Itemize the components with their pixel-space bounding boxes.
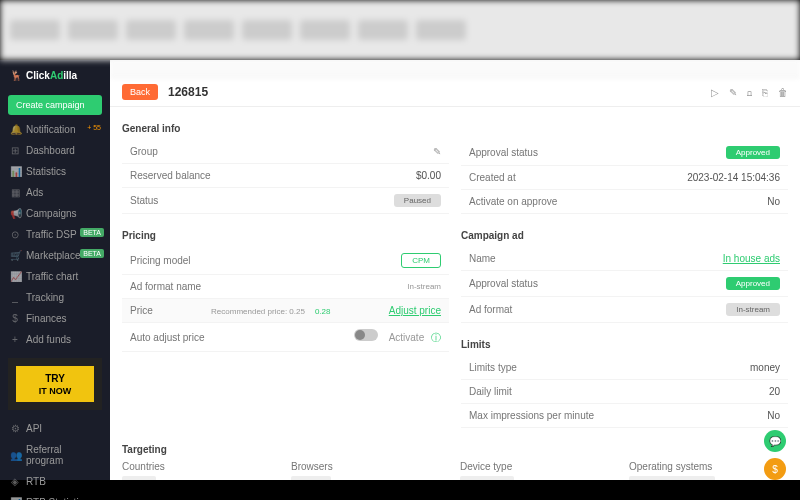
page-header: Back 126815 ▷ ✎ ⩍ ⎘ 🗑 bbox=[110, 78, 800, 107]
nav-icon: ⎯ bbox=[10, 292, 20, 303]
nav-label: Finances bbox=[26, 313, 67, 324]
target-tag: Android (version ≥ 5) bbox=[629, 476, 715, 480]
edit-group-icon[interactable]: ✎ bbox=[433, 146, 441, 157]
nav-icon: ◈ bbox=[10, 476, 20, 487]
targeting-title: Targeting bbox=[122, 438, 788, 461]
reserved-label: Reserved balance bbox=[130, 170, 211, 181]
sidebar-item-statistics[interactable]: 📊Statistics bbox=[0, 161, 110, 182]
sidebar-item-campaigns[interactable]: 📢Campaigns bbox=[0, 203, 110, 224]
chart-icon[interactable]: ⩍ bbox=[747, 87, 752, 98]
target-card-title: Browsers bbox=[291, 461, 450, 472]
back-button[interactable]: Back bbox=[122, 84, 158, 100]
campaign-ad-title: Campaign ad bbox=[461, 224, 788, 247]
nav-label: Add funds bbox=[26, 334, 71, 345]
nav-icon: ⚙ bbox=[10, 423, 20, 434]
copy-icon[interactable]: ⎘ bbox=[762, 87, 768, 98]
target-card: Device typeMobile Only bbox=[460, 461, 619, 480]
sidebar-item-marketplace[interactable]: 🛒MarketplaceBETA bbox=[0, 245, 110, 266]
adjust-price-link[interactable]: Adjust price bbox=[389, 305, 441, 316]
campaign-id: 126815 bbox=[168, 85, 208, 99]
ad-format-value: In-stream bbox=[407, 282, 441, 291]
nav-icon: 🔔 bbox=[10, 124, 20, 135]
delete-icon[interactable]: 🗑 bbox=[778, 87, 788, 98]
sidebar-item-dashboard[interactable]: ⊞Dashboard bbox=[0, 140, 110, 161]
status-badge: Paused bbox=[394, 194, 441, 207]
nav-icon: 👥 bbox=[10, 450, 20, 461]
limits-title: Limits bbox=[461, 333, 788, 356]
browser-chrome bbox=[0, 0, 800, 60]
try-now-promo[interactable]: TRYIT NOW bbox=[8, 358, 102, 410]
limits-type-label: Limits type bbox=[469, 362, 517, 373]
create-campaign-button[interactable]: Create campaign bbox=[8, 95, 102, 115]
sidebar-item-api[interactable]: ⚙API bbox=[0, 418, 110, 439]
sidebar-item-traffic-chart[interactable]: 📈Traffic chart bbox=[0, 266, 110, 287]
max-impr-label: Max impressions per minute bbox=[469, 410, 594, 421]
target-card: CountriesJapan bbox=[122, 461, 281, 480]
sidebar: 🦌 ClickAdilla Create campaign 🔔Notificat… bbox=[0, 60, 110, 480]
nav-label: Traffic DSP bbox=[26, 229, 77, 240]
sidebar-item-finances[interactable]: $Finances bbox=[0, 308, 110, 329]
created-label: Created at bbox=[469, 172, 516, 183]
sidebar-item-rtb-statistics[interactable]: 📊RTB Statistics bbox=[0, 492, 110, 500]
chat-fab[interactable]: 💬 bbox=[764, 430, 786, 452]
play-icon[interactable]: ▷ bbox=[711, 87, 719, 98]
approval-badge: Approved bbox=[726, 146, 780, 159]
pricing-model-value: CPM bbox=[401, 253, 441, 268]
target-tag: Chrome bbox=[291, 476, 331, 480]
price-label: Price bbox=[130, 305, 153, 316]
ca-format-label: Ad format bbox=[469, 304, 512, 315]
logo-icon: 🦌 bbox=[10, 70, 22, 81]
nav-icon: ⊙ bbox=[10, 229, 20, 240]
nav-icon: ▦ bbox=[10, 187, 20, 198]
limits-type-value: money bbox=[750, 362, 780, 373]
ca-name-label: Name bbox=[469, 253, 496, 264]
edit-icon[interactable]: ✎ bbox=[729, 87, 737, 98]
ca-format-value: In-stream bbox=[726, 303, 780, 316]
reserved-value: $0.00 bbox=[416, 170, 441, 181]
nav-icon: ⊞ bbox=[10, 145, 20, 156]
nav-icon: 📢 bbox=[10, 208, 20, 219]
nav-label: Marketplace bbox=[26, 250, 80, 261]
ca-approval-label: Approval status bbox=[469, 278, 538, 289]
activate-value: No bbox=[767, 196, 780, 207]
ca-name-link[interactable]: In house ads bbox=[723, 253, 780, 264]
target-card: BrowsersChrome bbox=[291, 461, 450, 480]
help-fab[interactable]: $ bbox=[764, 458, 786, 480]
info-icon[interactable]: ⓘ bbox=[431, 332, 441, 343]
nav-icon: $ bbox=[10, 313, 20, 324]
target-card-title: Countries bbox=[122, 461, 281, 472]
ad-format-label: Ad format name bbox=[130, 281, 201, 292]
pricing-model-label: Pricing model bbox=[130, 255, 191, 266]
nav-label: RTB bbox=[26, 476, 46, 487]
sidebar-item-ads[interactable]: ▦Ads bbox=[0, 182, 110, 203]
sidebar-item-traffic-dsp[interactable]: ⊙Traffic DSPBETA bbox=[0, 224, 110, 245]
nav-label: API bbox=[26, 423, 42, 434]
status-label: Status bbox=[130, 195, 158, 206]
price-recommended: Recommended price: 0.25 bbox=[211, 307, 305, 316]
logo: 🦌 ClickAdilla bbox=[0, 60, 110, 91]
nav-label: Ads bbox=[26, 187, 43, 198]
ca-approval-badge: Approved bbox=[726, 277, 780, 290]
sidebar-item-referral-program[interactable]: 👥Referral program bbox=[0, 439, 110, 471]
nav-icon: 🛒 bbox=[10, 250, 20, 261]
sidebar-item-tracking[interactable]: ⎯Tracking bbox=[0, 287, 110, 308]
activate-text: Activate bbox=[389, 332, 425, 343]
price-value: 0.28 bbox=[315, 307, 331, 316]
nav-label: Traffic chart bbox=[26, 271, 78, 282]
max-impr-value: No bbox=[767, 410, 780, 421]
nav-label: Referral program bbox=[26, 444, 100, 466]
auto-adjust-toggle[interactable] bbox=[354, 329, 378, 341]
sidebar-item-rtb[interactable]: ◈RTB bbox=[0, 471, 110, 492]
target-tag: Japan bbox=[122, 476, 156, 480]
group-label: Group bbox=[130, 146, 158, 157]
daily-limit-label: Daily limit bbox=[469, 386, 512, 397]
nav-badge: + 55 bbox=[84, 123, 104, 132]
general-info-title: General info bbox=[122, 117, 788, 140]
activate-label: Activate on approve bbox=[469, 196, 557, 207]
nav-label: Dashboard bbox=[26, 145, 75, 156]
nav-badge: BETA bbox=[80, 228, 104, 237]
auto-adjust-label: Auto adjust price bbox=[130, 332, 205, 343]
nav-label: Campaigns bbox=[26, 208, 77, 219]
sidebar-item-add-funds[interactable]: +Add funds bbox=[0, 329, 110, 350]
sidebar-item-notification[interactable]: 🔔Notification+ 55 bbox=[0, 119, 110, 140]
